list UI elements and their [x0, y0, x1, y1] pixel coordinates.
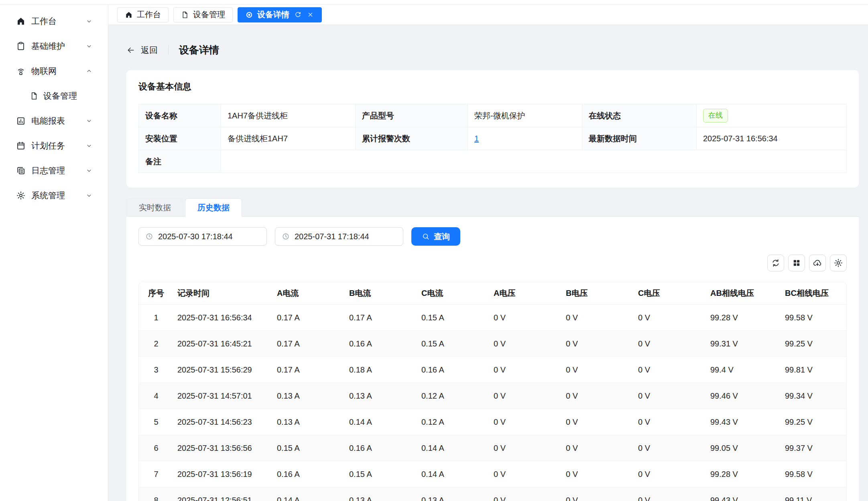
table-cell: 0 V — [562, 383, 634, 409]
table-cell: 5 — [139, 409, 173, 435]
table-cell: 0.16 A — [345, 435, 417, 461]
sidebar-subitem-device-management[interactable]: 设备管理 — [6, 87, 102, 105]
toolbar-cloud-download-button[interactable] — [809, 255, 826, 271]
table-cell: 2025-07-31 12:56:51 — [173, 487, 273, 501]
tab-refresh-action[interactable] — [294, 11, 302, 18]
table-cell: 99.25 V — [781, 331, 846, 357]
tab-realtime[interactable]: 实时数据 — [126, 198, 183, 217]
sidebar-item-workbench[interactable]: 工作台 — [6, 12, 102, 31]
table-cell: 2025-07-31 14:57:01 — [173, 383, 273, 409]
table-cell: 0.15 A — [417, 305, 490, 331]
column-header: 序号 — [139, 282, 173, 305]
table-cell: 0 V — [562, 331, 634, 357]
table-row-2: 22025-07-31 16:45:210.17 A0.16 A0.15 A0 … — [139, 331, 846, 357]
top-strip — [0, 0, 868, 5]
alarm-count-link[interactable]: 1 — [474, 134, 479, 143]
table-cell: 1 — [139, 305, 173, 331]
table-toolbar — [138, 255, 847, 271]
info-value: 1AH7备供进线柜 — [228, 111, 288, 120]
table-cell: 2025-07-31 16:45:21 — [173, 331, 273, 357]
route-tab-workbench[interactable]: 工作台 — [117, 7, 169, 22]
table-cell: 0 V — [634, 357, 706, 383]
history-data-panel: 2025-07-30 17:18:44 2025-07-31 17:18:44 … — [126, 217, 859, 501]
back-button[interactable]: 返回 — [126, 45, 158, 56]
start-time-picker[interactable]: 2025-07-30 17:18:44 — [138, 227, 267, 246]
query-button-label: 查询 — [434, 231, 450, 242]
end-time-picker[interactable]: 2025-07-31 17:18:44 — [275, 227, 403, 246]
route-tab-device-management[interactable]: 设备管理 — [173, 7, 233, 22]
sidebar-item-system-management[interactable]: 系统管理 — [6, 186, 102, 205]
query-button[interactable]: 查询 — [411, 227, 460, 246]
table-cell: 7 — [139, 461, 173, 487]
sidebar-item-energy-report[interactable]: 电能报表 — [6, 112, 102, 130]
filter-row: 2025-07-30 17:18:44 2025-07-31 17:18:44 … — [138, 227, 847, 246]
table-cell: 99.58 V — [781, 305, 846, 331]
table-cell: 0 V — [490, 305, 562, 331]
info-row: 备注 — [139, 150, 847, 173]
column-header: A电压 — [490, 282, 562, 305]
info-value-cell: 1AH7备供进线柜 — [221, 104, 356, 127]
table-cell: 0 V — [562, 357, 634, 383]
table-cell: 0 V — [634, 305, 706, 331]
app-body: 工作台基础维护物联网设备管理电能报表计划任务日志管理系统管理 工作台设备管理设备… — [0, 5, 868, 501]
route-tab-device-detail[interactable]: 设备详情 — [238, 7, 322, 22]
sidebar-item-basic-maintenance[interactable]: 基础维护 — [6, 37, 102, 55]
sidebar-item-log-management[interactable]: 日志管理 — [6, 161, 102, 180]
radio-icon — [245, 11, 253, 19]
table-cell: 0 V — [634, 435, 706, 461]
toolbar-gear-button[interactable] — [830, 255, 847, 271]
tab-label: 实时数据 — [139, 202, 171, 213]
info-label: 最新数据时间 — [582, 127, 697, 150]
sidebar: 工作台基础维护物联网设备管理电能报表计划任务日志管理系统管理 — [0, 5, 108, 501]
table-cell: 0.13 A — [345, 383, 417, 409]
start-time-value: 2025-07-30 17:18:44 — [158, 232, 233, 241]
table-cell: 99.34 V — [781, 383, 846, 409]
sidebar-item-planned-tasks[interactable]: 计划任务 — [6, 136, 102, 155]
table-cell: 99.31 V — [706, 331, 781, 357]
home-icon — [16, 16, 26, 26]
chevron-up-icon — [85, 67, 93, 75]
column-header: C电压 — [634, 282, 706, 305]
table-cell: 99.43 V — [706, 409, 781, 435]
table-row-3: 32025-07-31 15:56:290.17 A0.18 A0.16 A0 … — [139, 357, 846, 383]
toolbar-grid-button[interactable] — [788, 255, 805, 271]
table-cell: 0 V — [490, 461, 562, 487]
column-header: 记录时间 — [173, 282, 273, 305]
table-cell: 99.4 V — [706, 357, 781, 383]
cloud-download-icon — [813, 258, 822, 268]
info-value-cell: 1 — [468, 127, 582, 150]
back-arrow-icon — [126, 46, 135, 55]
table-cell: 0.13 A — [273, 409, 345, 435]
table-cell: 0 V — [490, 435, 562, 461]
info-value: 荣邦-微机保护 — [474, 111, 525, 120]
table-cell: 0 V — [634, 409, 706, 435]
info-value-cell: 荣邦-微机保护 — [468, 104, 582, 127]
table-cell: 0.18 A — [345, 357, 417, 383]
file-icon — [181, 11, 189, 19]
table-cell: 0 V — [490, 409, 562, 435]
toolbar-sync-button[interactable] — [767, 255, 784, 271]
route-tab-bar: 工作台设备管理设备详情 — [108, 5, 868, 25]
table-cell: 0.13 A — [417, 487, 490, 501]
tab-close-action[interactable] — [307, 11, 314, 18]
table-cell: 0.15 A — [273, 435, 345, 461]
table-cell: 6 — [139, 435, 173, 461]
table-cell: 0.14 A — [417, 435, 490, 461]
tab-history[interactable]: 历史数据 — [185, 198, 242, 217]
chevron-down-icon — [85, 18, 93, 25]
column-header: B电流 — [345, 282, 417, 305]
table-cell: 0 V — [562, 435, 634, 461]
table-cell: 99.46 V — [706, 383, 781, 409]
table-cell: 2 — [139, 331, 173, 357]
clock-icon — [145, 232, 153, 240]
info-label: 累计报警次数 — [356, 127, 468, 150]
table-cell: 0.14 A — [273, 487, 345, 501]
sidebar-item-iot[interactable]: 物联网 — [6, 62, 102, 80]
info-label: 设备名称 — [139, 104, 221, 127]
chevron-down-icon — [85, 192, 93, 199]
data-tabs-band: 实时数据历史数据 — [126, 198, 859, 217]
main-area: 工作台设备管理设备详情 返回 设备详情 设备基本信息 — [108, 5, 868, 501]
info-label: 在线状态 — [582, 104, 697, 127]
back-label: 返回 — [141, 45, 158, 56]
table-cell: 2025-07-31 13:56:19 — [173, 461, 273, 487]
